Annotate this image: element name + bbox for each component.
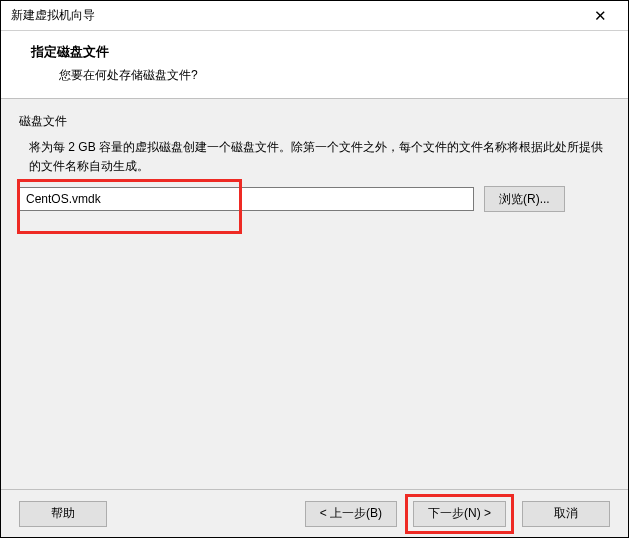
new-vm-wizard-dialog: 新建虚拟机向导 ✕ 指定磁盘文件 您要在何处存储磁盘文件? 磁盘文件 将为每 2… [0, 0, 629, 538]
next-button[interactable]: 下一步(N) > [413, 501, 506, 527]
close-button[interactable]: ✕ [580, 2, 620, 30]
wizard-footer: 帮助 < 上一步(B) 下一步(N) > 取消 [1, 489, 628, 537]
disk-file-input[interactable] [19, 187, 474, 211]
page-subtitle: 您要在何处存储磁盘文件? [31, 67, 608, 84]
disk-file-description: 将为每 2 GB 容量的虚拟磁盘创建一个磁盘文件。除第一个文件之外，每个文件的文… [19, 138, 610, 176]
disk-file-label: 磁盘文件 [19, 113, 610, 130]
dialog-title: 新建虚拟机向导 [11, 7, 95, 24]
titlebar: 新建虚拟机向导 ✕ [1, 1, 628, 31]
help-button[interactable]: 帮助 [19, 501, 107, 527]
cancel-button[interactable]: 取消 [522, 501, 610, 527]
wizard-content: 磁盘文件 将为每 2 GB 容量的虚拟磁盘创建一个磁盘文件。除第一个文件之外，每… [1, 99, 628, 489]
close-icon: ✕ [594, 7, 607, 25]
page-title: 指定磁盘文件 [31, 43, 608, 61]
wizard-header: 指定磁盘文件 您要在何处存储磁盘文件? [1, 31, 628, 99]
file-input-row: 浏览(R)... [19, 186, 610, 212]
highlight-box-next: 下一步(N) > [405, 494, 514, 534]
browse-button[interactable]: 浏览(R)... [484, 186, 565, 212]
back-button[interactable]: < 上一步(B) [305, 501, 397, 527]
